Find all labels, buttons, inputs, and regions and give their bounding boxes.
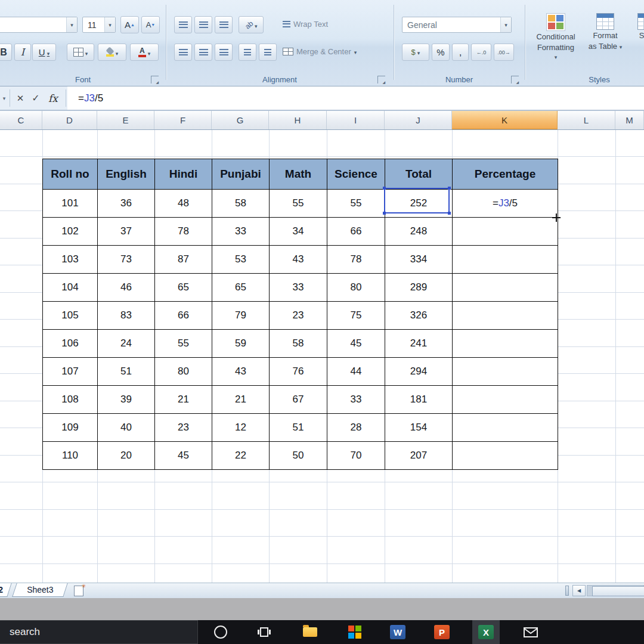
cell[interactable]: 181 [385,386,453,414]
align-left-button[interactable] [174,44,192,61]
cell[interactable]: 106 [43,330,98,358]
cell[interactable]: 45 [327,330,385,358]
cell[interactable]: 58 [212,190,270,218]
column-header-C[interactable]: C [0,111,42,129]
cell-percentage[interactable] [453,274,558,302]
column-header-J[interactable]: J [385,111,452,129]
cell[interactable]: 48 [155,190,212,218]
cell[interactable]: 67 [270,386,327,414]
chevron-down-icon[interactable] [255,20,258,30]
worksheet-grid[interactable]: Roll noEnglishHindiPunjabiMathScienceTot… [0,130,644,583]
chevron-down-icon[interactable] [66,17,77,32]
cell[interactable]: 58 [270,330,327,358]
cell[interactable]: 55 [270,190,327,218]
cortana-button[interactable] [207,620,234,644]
cell-percentage[interactable] [453,442,558,470]
chevron-down-icon[interactable] [85,47,88,58]
table-header-hindi[interactable]: Hindi [155,159,212,190]
horizontal-split-handle[interactable] [565,586,569,596]
cell[interactable]: 34 [270,218,327,246]
align-top-button[interactable] [174,16,192,33]
cell[interactable]: 23 [155,414,212,442]
bold-button[interactable]: B [0,44,12,61]
wrap-text-button[interactable]: Wrap Text [283,20,354,29]
cell[interactable]: 110 [43,442,98,470]
column-header-L[interactable]: L [558,111,615,129]
cell[interactable]: 55 [327,190,385,218]
chevron-down-icon[interactable] [500,17,511,32]
cell[interactable]: 43 [270,246,327,274]
cell[interactable]: 21 [212,386,270,414]
cell[interactable]: 108 [43,386,98,414]
table-header-percentage[interactable]: Percentage [453,159,558,190]
cell-percentage[interactable] [453,358,558,386]
cell[interactable]: 107 [43,358,98,386]
cell[interactable]: 105 [43,302,98,330]
cell[interactable]: 241 [385,330,453,358]
cell[interactable]: 51 [270,414,327,442]
cell[interactable]: 78 [155,218,212,246]
cell[interactable]: 70 [327,442,385,470]
cell[interactable]: 334 [385,246,453,274]
cell[interactable]: 289 [385,274,453,302]
cell[interactable]: 78 [327,246,385,274]
cell[interactable]: 76 [270,358,327,386]
decrease-decimal-button[interactable]: .00→ [494,44,514,61]
align-bottom-button[interactable] [215,16,233,33]
align-center-button[interactable] [194,44,212,61]
cell-percentage[interactable] [453,414,558,442]
shrink-font-button[interactable]: A▼ [141,16,160,33]
cell[interactable]: 102 [43,218,98,246]
merge-center-button[interactable]: Merge & Center [283,47,390,56]
cell[interactable]: 109 [43,414,98,442]
scrollbar-thumb[interactable] [592,586,644,596]
underline-button[interactable]: U [32,44,56,61]
word-button[interactable]: W [384,620,411,644]
orientation-button[interactable]: ab [239,16,264,33]
cell-percentage[interactable] [453,330,558,358]
cell[interactable]: 53 [212,246,270,274]
chevron-down-icon[interactable] [354,47,357,56]
cell[interactable]: 83 [98,302,155,330]
table-header-english[interactable]: English [98,159,155,190]
chevron-down-icon[interactable] [148,47,151,58]
microsoft-store-button[interactable] [341,620,369,644]
cell[interactable]: 37 [98,218,155,246]
number-format-combo[interactable]: General [402,17,512,33]
comma-style-button[interactable]: , [452,44,469,61]
cell[interactable]: 80 [327,274,385,302]
cell[interactable]: 66 [155,302,212,330]
cell[interactable]: 44 [327,358,385,386]
column-header-M[interactable]: M [615,111,644,129]
insert-function-button[interactable]: fx [45,86,61,110]
cell[interactable]: 51 [98,358,155,386]
cell[interactable]: 66 [327,218,385,246]
column-header-G[interactable]: G [212,111,269,129]
cell[interactable]: 104 [43,274,98,302]
enter-button[interactable]: ✓ [29,86,43,110]
cancel-button[interactable]: ✕ [13,86,27,110]
table-header-punjabi[interactable]: Punjabi [212,159,270,190]
font-name-combo[interactable] [0,17,78,33]
chevron-down-icon[interactable] [417,48,420,57]
cell[interactable]: 73 [98,246,155,274]
chevron-down-icon[interactable] [47,47,50,57]
formula-input[interactable]: =J3/5 [67,86,644,110]
cell[interactable]: 33 [327,386,385,414]
cell[interactable]: 22 [212,442,270,470]
cell-percentage[interactable] [453,246,558,274]
font-dialog-launcher[interactable] [151,76,159,83]
format-as-table-button[interactable]: Format as Table [586,13,625,51]
cell-formula-editing[interactable]: =J3/5 [453,190,558,218]
column-header-D[interactable]: D [42,111,97,129]
cell[interactable]: 40 [98,414,155,442]
horizontal-scrollbar[interactable] [587,585,644,596]
cell[interactable]: 23 [270,302,327,330]
insert-worksheet-button[interactable] [74,586,83,596]
fill-color-button[interactable] [98,44,126,61]
sheet-tab-sheet3[interactable]: Sheet3 [12,583,67,597]
cell[interactable]: 12 [212,414,270,442]
file-explorer-button[interactable] [296,620,324,644]
cell[interactable]: 50 [270,442,327,470]
cell[interactable]: 36 [98,190,155,218]
